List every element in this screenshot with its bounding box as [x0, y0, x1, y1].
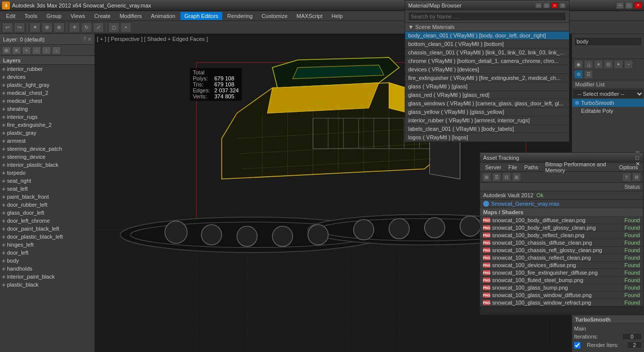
mat-minimize-btn[interactable]: ─: [535, 2, 542, 8]
layer-tool-remove[interactable]: -: [32, 46, 41, 54]
layer-item[interactable]: ◈plastic_light_gray: [0, 81, 94, 89]
layer-item[interactable]: ◈door_rubber_left: [0, 201, 94, 209]
layer-item[interactable]: ◈interior_rubber: [0, 65, 94, 73]
layer-item[interactable]: ◈interior_paint_black: [0, 273, 94, 281]
material-item[interactable]: logos ( VRayMtl ) [logos]: [405, 133, 569, 142]
maximize-btn[interactable]: □: [625, 2, 633, 9]
material-item[interactable]: glass ( VRayMtl ) [glass]: [405, 82, 569, 91]
layer-help-btn[interactable]: ?: [83, 36, 86, 42]
asset-menu-item[interactable]: Server: [482, 164, 504, 171]
ts-iterations-input[interactable]: [622, 333, 642, 340]
asset-file-row[interactable]: PNG snowcat_100_glass_window_diffuse.png…: [480, 292, 643, 299]
menu-rendering[interactable]: Rendering: [223, 12, 257, 20]
layer-item[interactable]: ◈hinges_left: [0, 241, 94, 249]
layer-item[interactable]: ◈seat_right: [0, 177, 94, 185]
material-item[interactable]: bottom_clean_001 ( VRayMtl ) [bottom]: [405, 40, 569, 48]
layer-item[interactable]: ◈door_paint_black_left: [0, 225, 94, 233]
layer-tool-down[interactable]: ↓: [52, 46, 61, 54]
create-space-warps-btn[interactable]: ~: [624, 60, 633, 69]
toolbar-btn-select[interactable]: ◻: [108, 22, 119, 32]
asset-file-row[interactable]: PNG snowcat_100_body_reflect_clean.png F…: [480, 232, 643, 239]
layer-tool-up[interactable]: ↑: [42, 46, 51, 54]
asset-file-row[interactable]: PNG snowcat_100_glass_window_refract.png…: [480, 299, 643, 307]
mat-search-input[interactable]: [408, 12, 566, 21]
asset-settings-btn[interactable]: ⚙: [632, 173, 641, 182]
mat-help-btn[interactable]: ?: [559, 2, 566, 8]
layer-item[interactable]: ◈handholds: [0, 265, 94, 273]
asset-tool-3[interactable]: ⊡: [502, 173, 511, 182]
toolbar-btn-scale[interactable]: ⤢: [93, 22, 104, 32]
asset-menu-item[interactable]: Bitmap Performance and Memory: [542, 161, 615, 174]
menu-customize[interactable]: Customize: [258, 12, 292, 20]
asset-file-row[interactable]: PNG snowcat_100_body_diffuse_clean.png F…: [480, 217, 643, 224]
modifier-turbosmooth[interactable]: TurboSmooth: [572, 99, 644, 107]
mat-maximize-btn[interactable]: □: [543, 2, 550, 8]
asset-tool-1[interactable]: ⊞: [482, 173, 491, 182]
layer-item[interactable]: ◈paint_black_front: [0, 193, 94, 201]
material-list[interactable]: body_clean_001 ( VRayMtl ) [body, door_l…: [405, 31, 569, 142]
toolbar-btn-4[interactable]: ⊕: [41, 22, 52, 32]
material-item[interactable]: glass_windows ( VRayMtl ) [camera_glass,…: [405, 99, 569, 108]
modify-btn[interactable]: ⚙: [574, 70, 583, 79]
layer-close-btn[interactable]: ✕: [87, 36, 91, 42]
layer-item[interactable]: ◈door_left: [0, 249, 94, 257]
material-item[interactable]: interior_rubber ( VRayMtl ) [armrest, in…: [405, 116, 569, 125]
material-item[interactable]: chrome ( VRayMtl ) [bottom_detail_1, cam…: [405, 57, 569, 65]
menu-help[interactable]: Help: [328, 12, 347, 20]
asset-file-row[interactable]: PNG snowcat_100_fire_extinguisher_diffus…: [480, 269, 643, 277]
menu-animation[interactable]: Animation: [147, 12, 179, 20]
layer-item[interactable]: ◈medical_chest: [0, 97, 94, 105]
layer-tool-add[interactable]: +: [22, 46, 31, 54]
menu-graph-editors[interactable]: Graph Editors: [180, 12, 222, 20]
toolbar-btn-2[interactable]: ↪: [14, 22, 25, 32]
layer-item[interactable]: ◈interior_plastic_black: [0, 161, 94, 169]
toolbar-btn-move[interactable]: ✛: [69, 22, 80, 32]
layer-item[interactable]: ◈steering_device_patch: [0, 145, 94, 153]
menu-tools[interactable]: Tools: [20, 12, 41, 20]
ts-render-iters-input[interactable]: [627, 342, 642, 349]
ts-render-iters-checkbox[interactable]: [574, 342, 581, 349]
layer-tool-create[interactable]: ⊞: [2, 46, 11, 54]
asset-file-row[interactable]: PNG snowcat_100_chassis_diffuse_clean.pn…: [480, 239, 643, 247]
modifier-dropdown[interactable]: -- Select modifier --: [572, 89, 644, 99]
layer-item[interactable]: ◈plastic_gray: [0, 129, 94, 137]
close-btn[interactable]: ✕: [634, 2, 642, 9]
material-item[interactable]: glass_yellow ( VRayMtl ) [glass_yellow]: [405, 108, 569, 116]
minimize-btn[interactable]: ─: [616, 2, 624, 9]
asset-help-btn[interactable]: ?: [622, 173, 631, 182]
layer-item[interactable]: ◈steering_device: [0, 153, 94, 161]
material-item[interactable]: fire_extinguisher ( VRayMtl ) [fire_exti…: [405, 74, 569, 82]
search-input[interactable]: [574, 37, 642, 46]
asset-menu-item[interactable]: Paths: [521, 164, 541, 171]
layer-item[interactable]: ◈medical_chest_2: [0, 89, 94, 97]
menu-views[interactable]: Views: [66, 12, 89, 20]
toolbar-btn-5[interactable]: ⊗: [53, 22, 64, 32]
layer-item[interactable]: ◈devices: [0, 73, 94, 81]
asset-file-list[interactable]: PNG snowcat_100_body_diffuse_clean.png F…: [480, 217, 643, 307]
material-item[interactable]: chassis_clean_001 ( VRayMtl ) [link_01, …: [405, 48, 569, 57]
create-geometry-btn[interactable]: ◉: [574, 60, 583, 69]
modifier-editable-poly[interactable]: Editable Poly: [572, 107, 644, 115]
menu-modifiers[interactable]: Modifiers: [115, 12, 146, 20]
layer-item[interactable]: ◈body: [0, 257, 94, 265]
toolbar-btn-window[interactable]: ▪: [120, 22, 131, 32]
layer-item[interactable]: ◈fire_extinguishe_2: [0, 121, 94, 129]
layer-item[interactable]: ◈armrest: [0, 137, 94, 145]
menu-create[interactable]: Create: [90, 12, 114, 20]
layer-item[interactable]: ◈glass_door_left: [0, 209, 94, 217]
create-shapes-btn[interactable]: △: [584, 60, 593, 69]
layers-list[interactable]: ◈interior_rubber◈devices◈plastic_light_g…: [0, 65, 94, 352]
layer-item[interactable]: ◈torpedo: [0, 169, 94, 177]
toolbar-btn-3[interactable]: ✦: [29, 22, 40, 32]
layer-tool-delete[interactable]: ✕: [12, 46, 21, 54]
asset-maximize-btn[interactable]: □: [636, 155, 640, 161]
asset-file-row[interactable]: PNG snowcat_100_chassis_refl_glossy_clea…: [480, 247, 643, 254]
asset-menu-item[interactable]: Options: [616, 164, 641, 171]
asset-minimize-btn[interactable]: ─: [636, 149, 640, 155]
hierarchy-btn[interactable]: ☰: [584, 70, 593, 79]
asset-file-row[interactable]: PNG snowcat_100_fluted_steel_bump.png Fo…: [480, 277, 643, 284]
layer-item[interactable]: ◈door_plastic_black_left: [0, 233, 94, 241]
layer-item[interactable]: ◈sheating: [0, 105, 94, 113]
layer-item[interactable]: ◈seat_left: [0, 185, 94, 193]
toolbar-btn-rotate[interactable]: ↻: [81, 22, 92, 32]
